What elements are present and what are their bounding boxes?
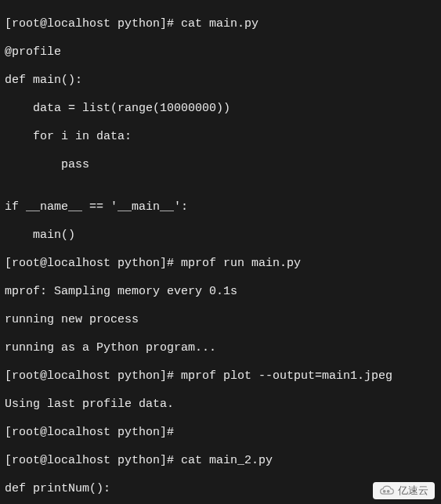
terminal-line: pass <box>5 158 436 172</box>
svg-point-1 <box>387 491 389 493</box>
terminal-line: @profile <box>5 45 436 59</box>
terminal-line: data = list(range(10000000)) <box>5 102 436 116</box>
terminal-window[interactable]: [root@localhost python]# cat main.py @pr… <box>0 0 441 504</box>
terminal-line: running new process <box>5 313 436 327</box>
terminal-line: running as a Python program... <box>5 341 436 355</box>
terminal-line: def main(): <box>5 74 436 88</box>
terminal-line: mprof: Sampling memory every 0.1s <box>5 285 436 299</box>
terminal-line: main() <box>5 229 436 243</box>
terminal-line: def printNum(): <box>5 482 436 496</box>
terminal-line: [root@localhost python]# cat main.py <box>5 17 436 31</box>
terminal-line: [root@localhost python]# cat main_2.py <box>5 454 436 468</box>
terminal-line: for i in data: <box>5 130 436 144</box>
terminal-line: [root@localhost python]# mprof plot --ou… <box>5 369 436 383</box>
cloud-icon <box>379 485 395 496</box>
watermark-text: 亿速云 <box>398 484 428 497</box>
terminal-line: [root@localhost python]# <box>5 426 436 440</box>
terminal-line: [root@localhost python]# mprof run main.… <box>5 257 436 271</box>
terminal-line: if __name__ == '__main__': <box>5 200 436 214</box>
svg-point-0 <box>383 491 385 493</box>
watermark: 亿速云 <box>373 482 435 499</box>
terminal-line: Using last profile data. <box>5 398 436 412</box>
